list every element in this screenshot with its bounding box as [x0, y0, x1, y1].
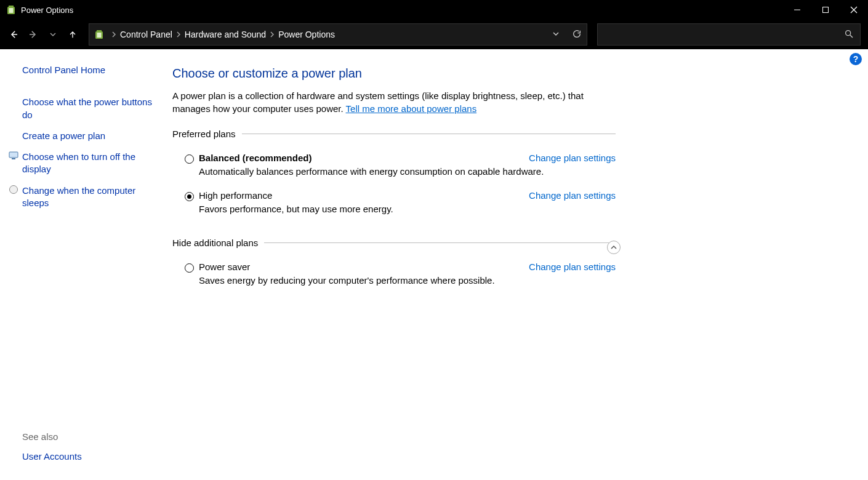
control-panel-home-link[interactable]: Control Panel Home [22, 64, 154, 76]
radio-power-saver[interactable] [185, 263, 194, 273]
svg-point-12 [846, 30, 851, 35]
breadcrumb-control-panel[interactable]: Control Panel [120, 30, 172, 39]
additional-plans-group: Hide additional plans Power saver Change… [172, 238, 616, 295]
radio-balanced[interactable] [185, 154, 194, 164]
svg-point-16 [10, 185, 18, 193]
refresh-button[interactable] [572, 29, 582, 41]
svg-rect-0 [9, 6, 14, 7]
window-title: Power Options [21, 6, 73, 15]
change-settings-high-link[interactable]: Change plan settings [529, 190, 616, 201]
svg-rect-4 [823, 7, 829, 13]
up-button[interactable] [66, 28, 79, 41]
choose-power-buttons-link[interactable]: Choose what the power buttons do [22, 96, 154, 121]
svg-rect-11 [97, 33, 102, 38]
forward-button[interactable] [27, 28, 39, 41]
chevron-right-icon[interactable] [266, 31, 278, 38]
plan-high-performance: High performance Change plan settings Fa… [172, 186, 616, 224]
hide-plans-legend: Hide additional plans [172, 238, 264, 248]
address-bar[interactable]: Control Panel Hardware and Sound Power O… [89, 23, 587, 46]
turn-off-display-link[interactable]: Choose when to turn off the display [22, 151, 154, 176]
radio-high-performance[interactable] [185, 192, 194, 201]
plan-balanced: Balanced (recommended) Change plan setti… [172, 149, 616, 186]
page-heading: Choose or customize a power plan [172, 66, 843, 81]
moon-icon [9, 185, 18, 194]
content-area: Control Panel Home Choose what the power… [0, 49, 868, 480]
preferred-plans-legend: Preferred plans [172, 129, 242, 139]
search-input[interactable] [604, 30, 844, 39]
help-icon[interactable]: ? [850, 53, 862, 65]
search-bar[interactable] [597, 23, 861, 46]
battery-icon [6, 5, 16, 15]
svg-rect-2 [9, 8, 14, 13]
plan-saver-desc: Saves energy by reducing your computer's… [199, 275, 616, 286]
recent-dropdown-icon[interactable] [47, 28, 59, 41]
window-controls [783, 0, 868, 20]
plan-high-desc: Favors performance, but may use more ene… [199, 204, 616, 214]
chevron-right-icon[interactable] [108, 31, 120, 38]
breadcrumb-hardware-sound[interactable]: Hardware and Sound [185, 30, 266, 39]
search-icon[interactable] [844, 29, 854, 41]
svg-line-13 [850, 35, 853, 38]
navbar: Control Panel Hardware and Sound Power O… [0, 20, 868, 49]
svg-rect-14 [9, 152, 18, 158]
close-button[interactable] [840, 0, 868, 20]
plan-high-name[interactable]: High performance [199, 190, 272, 201]
plan-power-saver: Power saver Change plan settings Saves e… [172, 258, 616, 295]
battery-icon [94, 30, 104, 39]
nav-arrows [7, 28, 79, 41]
create-power-plan-link[interactable]: Create a power plan [22, 130, 154, 142]
page-description: A power plan is a collection of hardware… [172, 89, 616, 115]
computer-sleeps-link[interactable]: Change when the computer sleeps [22, 185, 154, 210]
see-also-label: See also [22, 431, 154, 442]
maximize-button[interactable] [811, 0, 840, 20]
change-settings-saver-link[interactable]: Change plan settings [529, 262, 616, 272]
change-settings-balanced-link[interactable]: Change plan settings [529, 153, 616, 163]
breadcrumb-power-options[interactable]: Power Options [278, 30, 335, 39]
preferred-plans-group: Preferred plans Balanced (recommended) C… [172, 129, 616, 224]
titlebar: Power Options [0, 0, 868, 20]
user-accounts-link[interactable]: User Accounts [22, 450, 154, 463]
collapse-toggle[interactable] [607, 241, 621, 254]
svg-rect-15 [12, 158, 15, 159]
plan-balanced-desc: Automatically balances performance with … [199, 166, 616, 177]
svg-rect-9 [97, 30, 102, 31]
monitor-icon [9, 151, 18, 161]
main-panel: ? Choose or customize a power plan A pow… [160, 49, 868, 480]
back-button[interactable] [7, 28, 20, 41]
sidebar: Control Panel Home Choose what the power… [0, 49, 160, 480]
chevron-down-icon[interactable] [552, 30, 560, 39]
plan-saver-name[interactable]: Power saver [199, 262, 250, 272]
minimize-button[interactable] [783, 0, 811, 20]
tell-me-more-link[interactable]: Tell me more about power plans [346, 103, 477, 114]
chevron-right-icon[interactable] [172, 31, 185, 38]
plan-balanced-name[interactable]: Balanced (recommended) [199, 153, 311, 163]
